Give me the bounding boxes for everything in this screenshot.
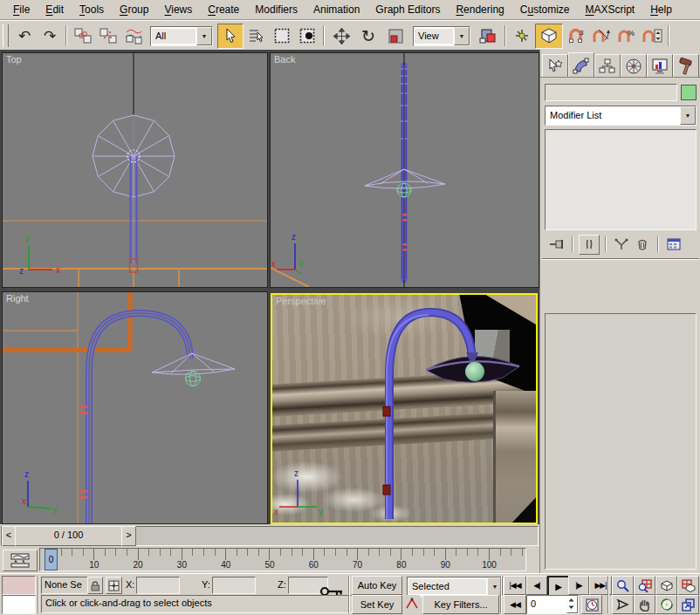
dropdown-arrow-icon[interactable]: ▼	[196, 27, 212, 45]
toolbar-grip[interactable]	[3, 24, 9, 47]
tab-display[interactable]	[647, 54, 673, 77]
viewport-top[interactable]: Top	[2, 52, 268, 288]
time-configuration-button[interactable]	[581, 595, 602, 614]
menu-create[interactable]: Create	[200, 2, 247, 18]
menu-tools[interactable]: Tools	[72, 2, 112, 18]
macro-recorder-pane[interactable]	[2, 576, 36, 595]
viewport-right-label[interactable]: Right	[6, 293, 29, 304]
current-frame-field[interactable]: 0	[526, 595, 579, 614]
next-frame-arrow[interactable]: >	[121, 526, 136, 546]
select-and-manipulate-button[interactable]	[510, 24, 534, 48]
viewport-back-label[interactable]: Back	[274, 54, 295, 65]
zoom-extents-all-button[interactable]	[677, 576, 699, 595]
set-key-button[interactable]: Set Key	[352, 595, 402, 614]
pin-stack-button[interactable]	[547, 236, 566, 254]
bind-to-space-warp-button[interactable]	[121, 24, 146, 48]
selection-filter-dropdown[interactable]: All ▼	[150, 26, 213, 46]
window-crossing-toggle-button[interactable]	[295, 24, 319, 48]
select-and-rotate-button[interactable]: ↻	[355, 24, 381, 48]
arc-rotate-button[interactable]	[655, 595, 677, 614]
frame-spinner[interactable]	[566, 596, 578, 613]
viewport-perspective-label[interactable]: Perspective	[276, 296, 326, 306]
zoom-button[interactable]	[612, 576, 634, 595]
key-mode-dropdown[interactable]: Selected ▼	[407, 577, 504, 597]
menu-grapheditors[interactable]: Graph Editors	[367, 2, 448, 18]
object-color-swatch[interactable]	[681, 85, 697, 100]
absolute-offset-toggle[interactable]	[106, 577, 122, 594]
dropdown-arrow-icon[interactable]: ▼	[454, 27, 470, 45]
trackbar-tick-20: 20	[134, 560, 143, 570]
menu-help[interactable]: Help	[642, 2, 680, 18]
viewport-perspective[interactable]: z x y Perspective	[271, 293, 538, 524]
menu-rendering[interactable]: Rendering	[448, 2, 511, 18]
menu-group[interactable]: Group	[112, 2, 156, 18]
tab-motion[interactable]	[621, 54, 647, 77]
select-object-button[interactable]	[217, 24, 244, 49]
snaps-toggle-button[interactable]	[535, 24, 563, 49]
trackbar-tick-10: 10	[89, 560, 99, 570]
selection-lock-toggle[interactable]	[87, 577, 103, 594]
reference-coordinate-dropdown[interactable]: View ▼	[413, 26, 470, 46]
select-and-scale-button[interactable]	[382, 24, 408, 48]
rectangular-selection-region-button[interactable]	[270, 24, 294, 48]
field-of-view-button[interactable]	[612, 595, 634, 614]
modifier-stack-list[interactable]	[545, 129, 697, 230]
y-coordinate-field[interactable]	[212, 577, 256, 594]
menu-views[interactable]: Views	[156, 2, 200, 18]
goto-start-button[interactable]: |◀◀	[504, 576, 526, 595]
x-coordinate-input[interactable]	[137, 577, 180, 593]
modifier-list-dropdown[interactable]: Modifier List ▼	[545, 106, 697, 126]
previous-frame-arrow[interactable]: <	[2, 526, 16, 546]
min-max-toggle-button[interactable]	[677, 595, 699, 614]
configure-modifier-sets-button[interactable]	[664, 236, 683, 254]
maxscript-mini-listener[interactable]	[2, 595, 36, 614]
snap-3d-button[interactable]: 3	[564, 24, 588, 48]
zoom-all-button[interactable]	[634, 576, 655, 595]
object-name-input[interactable]	[546, 85, 680, 100]
menu-modifiers[interactable]: Modifiers	[247, 2, 305, 18]
auto-key-button[interactable]: Auto Key	[352, 576, 402, 595]
redo-button[interactable]: ↷	[38, 24, 62, 48]
key-filters-button[interactable]: Key Filters...	[422, 595, 499, 614]
y-coordinate-input[interactable]	[213, 577, 256, 593]
menu-edit[interactable]: Edit	[38, 2, 72, 18]
remove-modifier-button[interactable]	[633, 236, 652, 254]
open-mini-curve-editor-button[interactable]	[3, 550, 38, 571]
select-and-move-button[interactable]	[328, 24, 354, 48]
menu-animation[interactable]: Animation	[305, 2, 367, 18]
pan-button[interactable]	[634, 595, 655, 614]
angle-snap-button[interactable]	[589, 24, 614, 48]
make-unique-button[interactable]	[612, 236, 631, 254]
trackbar-ruler[interactable]: 0 0102030405060708090100	[39, 548, 526, 571]
tab-modify[interactable]	[568, 52, 594, 77]
menu-file[interactable]: File	[5, 2, 38, 18]
tab-utilities[interactable]	[673, 54, 699, 77]
x-coordinate-field[interactable]	[136, 577, 180, 594]
previous-frame-button[interactable]: ◀|	[526, 576, 547, 595]
unlink-selection-button[interactable]	[96, 24, 120, 48]
time-slider-handle[interactable]: 0 / 100	[15, 526, 122, 546]
next-frame-button[interactable]: |▶	[568, 576, 589, 595]
show-end-result-button[interactable]	[579, 235, 600, 255]
dropdown-arrow-icon[interactable]: ▼	[680, 106, 696, 125]
tab-create[interactable]	[542, 54, 568, 77]
percent-snap-button[interactable]: %	[614, 24, 639, 48]
rollout-area[interactable]	[545, 313, 697, 570]
default-tangents-button[interactable]	[403, 595, 420, 612]
zoom-extents-button[interactable]	[655, 576, 677, 595]
tab-hierarchy[interactable]	[594, 54, 621, 77]
select-by-name-button[interactable]	[244, 24, 269, 48]
menu-customize[interactable]: Customize	[512, 2, 578, 18]
key-mode-toggle-button[interactable]: ◀◀	[504, 595, 526, 614]
viewport-top-label[interactable]: Top	[6, 54, 22, 65]
object-name-field[interactable]	[545, 84, 677, 101]
spinner-snap-button[interactable]	[640, 24, 664, 48]
viewport-back[interactable]: Back	[270, 52, 539, 288]
current-frame-marker[interactable]: 0	[45, 549, 58, 571]
use-pivot-point-center-button[interactable]	[475, 24, 501, 48]
undo-button[interactable]: ↶	[12, 24, 37, 48]
menu-maxscript[interactable]: MAXScript	[578, 2, 643, 18]
select-and-link-button[interactable]	[71, 24, 95, 48]
play-button[interactable]: ▶	[547, 576, 570, 597]
viewport-right[interactable]: Right	[2, 291, 268, 524]
